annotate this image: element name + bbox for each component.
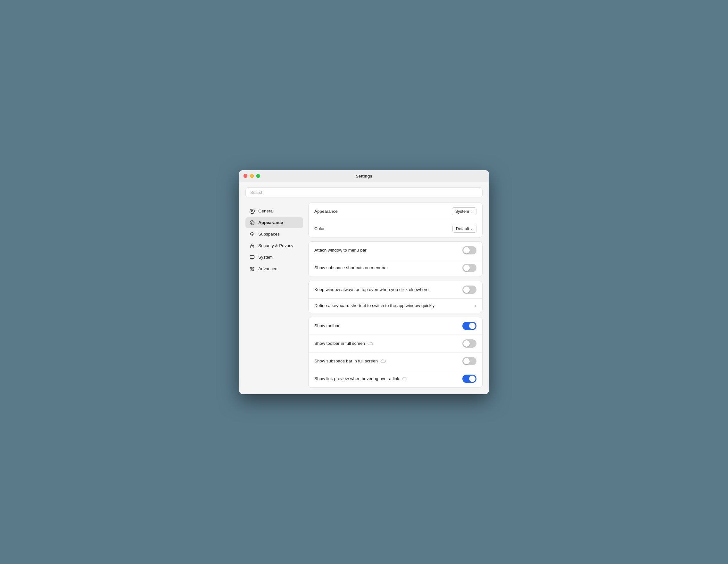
svg-point-12 bbox=[252, 270, 254, 271]
keep-on-top-row: Keep window always on top even when you … bbox=[309, 281, 482, 299]
search-bar-row bbox=[239, 182, 489, 197]
sidebar-item-subspaces[interactable]: Subspaces bbox=[245, 229, 303, 240]
sidebar-item-label-security: Security & Privacy bbox=[258, 243, 294, 248]
show-toolbar-fullscreen-toggle[interactable] bbox=[462, 339, 476, 348]
appearance-icon bbox=[249, 220, 255, 226]
toggle-thumb-toolbar bbox=[469, 323, 476, 329]
show-toolbar-toggle[interactable] bbox=[462, 322, 476, 330]
toggle-thumb-keep bbox=[463, 286, 470, 293]
color-dropdown[interactable]: Default ⌄ bbox=[452, 225, 476, 233]
sidebar-item-appearance[interactable]: Appearance bbox=[245, 217, 303, 228]
toggle-thumb-link-preview bbox=[469, 376, 476, 382]
sidebar-item-label-subspaces: Subspaces bbox=[258, 232, 280, 236]
svg-point-10 bbox=[252, 267, 253, 268]
minimize-button[interactable] bbox=[250, 174, 254, 178]
toggle-thumb-subspace-fs bbox=[463, 358, 470, 364]
svg-point-3 bbox=[253, 223, 253, 224]
lock-icon bbox=[249, 243, 255, 249]
main-area: General Appearance bbox=[239, 197, 489, 394]
svg-point-0 bbox=[250, 220, 254, 225]
cloud-icon bbox=[368, 342, 373, 345]
window-title: Settings bbox=[356, 174, 372, 178]
show-subspace-fullscreen-toggle[interactable] bbox=[462, 357, 476, 365]
chevron-down-icon-2: ⌄ bbox=[470, 227, 473, 230]
svg-point-2 bbox=[251, 223, 252, 224]
show-link-preview-row: Show link preview when hovering over a l… bbox=[309, 370, 482, 387]
svg-rect-6 bbox=[250, 255, 254, 258]
sidebar-item-system[interactable]: System bbox=[245, 252, 303, 263]
show-toolbar-label: Show toolbar bbox=[314, 323, 340, 328]
appearance-dropdown[interactable]: System ⌄ bbox=[452, 207, 476, 215]
svg-point-5 bbox=[252, 246, 252, 247]
sliders-icon bbox=[249, 266, 255, 272]
show-link-preview-toggle[interactable] bbox=[462, 375, 476, 383]
show-subspace-fullscreen-row: Show subspace bar in full screen bbox=[309, 353, 482, 370]
color-value: Default bbox=[456, 226, 469, 231]
appearance-label: Appearance bbox=[314, 209, 338, 214]
subspace-shortcuts-row: Show subspace shortcuts on menubar bbox=[309, 259, 482, 277]
settings-panel: Appearance System ⌄ Color Default ⌄ bbox=[303, 203, 483, 388]
appearance-color-card: Appearance System ⌄ Color Default ⌄ bbox=[308, 203, 483, 237]
attach-window-row: Attach window to menu bar bbox=[309, 242, 482, 259]
toggle-thumb-shortcuts bbox=[463, 265, 470, 271]
toggle-track-toolbar-fs bbox=[462, 339, 476, 348]
sidebar-item-label-general: General bbox=[258, 209, 274, 213]
titlebar: Settings bbox=[239, 170, 489, 182]
sidebar-item-label-advanced: Advanced bbox=[258, 266, 277, 271]
sidebar-item-security[interactable]: Security & Privacy bbox=[245, 240, 303, 251]
cloud-icon-2 bbox=[380, 359, 386, 363]
sidebar-item-label-appearance: Appearance bbox=[258, 220, 283, 225]
sidebar: General Appearance bbox=[245, 203, 303, 388]
keyboard-shortcut-row[interactable]: Define a keyboard shortcut to switch to … bbox=[309, 299, 482, 313]
toggle-track-attach bbox=[462, 246, 476, 254]
attach-window-label: Attach window to menu bar bbox=[314, 248, 367, 253]
svg-point-1 bbox=[252, 221, 252, 222]
subspace-shortcuts-label: Show subspace shortcuts on menubar bbox=[314, 265, 388, 270]
keep-on-top-toggle[interactable] bbox=[462, 286, 476, 294]
keyboard-shortcut-label: Define a keyboard shortcut to switch to … bbox=[314, 303, 434, 308]
toggle-track-keep bbox=[462, 286, 476, 294]
menubar-card: Attach window to menu bar Show subspace … bbox=[308, 241, 483, 277]
maximize-button[interactable] bbox=[256, 174, 260, 178]
chevron-right-icon: › bbox=[475, 303, 476, 308]
settings-window: Settings General bbox=[239, 170, 489, 394]
show-toolbar-row: Show toolbar bbox=[309, 317, 482, 335]
appearance-value: System bbox=[455, 209, 469, 214]
color-label: Color bbox=[314, 226, 325, 231]
search-input[interactable] bbox=[245, 187, 483, 197]
cloud-icon-3 bbox=[402, 377, 408, 381]
sidebar-item-general[interactable]: General bbox=[245, 206, 303, 217]
chevron-down-icon: ⌄ bbox=[470, 210, 473, 213]
show-toolbar-fullscreen-row: Show toolbar in full screen bbox=[309, 335, 482, 353]
layers-icon bbox=[249, 231, 255, 237]
show-link-preview-label: Show link preview when hovering over a l… bbox=[314, 376, 408, 381]
monitor-icon bbox=[249, 254, 255, 260]
toggle-track-shortcuts bbox=[462, 264, 476, 272]
toggle-track-link-preview bbox=[462, 375, 476, 383]
show-subspace-fullscreen-label: Show subspace bar in full screen bbox=[314, 359, 386, 363]
traffic-lights bbox=[244, 174, 260, 178]
toggle-thumb-toolbar-fs bbox=[463, 340, 470, 347]
show-toolbar-fullscreen-label: Show toolbar in full screen bbox=[314, 341, 373, 346]
toggle-thumb-attach bbox=[463, 247, 470, 253]
close-button[interactable] bbox=[244, 174, 247, 178]
toolbar-card: Show toolbar Show toolbar in full screen bbox=[308, 317, 483, 388]
svg-point-11 bbox=[251, 268, 252, 270]
attach-window-toggle[interactable] bbox=[462, 246, 476, 254]
toggle-track-toolbar bbox=[462, 322, 476, 330]
sidebar-item-label-system: System bbox=[258, 255, 273, 260]
window-behavior-card: Keep window always on top even when you … bbox=[308, 281, 483, 313]
color-row: Color Default ⌄ bbox=[309, 220, 482, 237]
gear-icon bbox=[249, 208, 255, 214]
appearance-row: Appearance System ⌄ bbox=[309, 203, 482, 220]
toggle-track-subspace-fs bbox=[462, 357, 476, 365]
subspace-shortcuts-toggle[interactable] bbox=[462, 264, 476, 272]
keep-on-top-label: Keep window always on top even when you … bbox=[314, 287, 428, 292]
sidebar-item-advanced[interactable]: Advanced bbox=[245, 263, 303, 274]
